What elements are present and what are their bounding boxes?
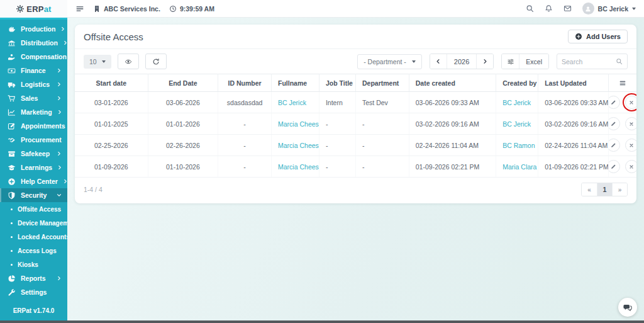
row-actions	[615, 139, 630, 152]
start-date-cell: 03-01-2026	[75, 92, 148, 113]
sidebar-subitem-label: Access Logs	[18, 247, 57, 254]
previous-page-button[interactable]: «	[582, 183, 597, 196]
previous-year-button[interactable]	[430, 54, 447, 69]
delete-button-wrap	[625, 96, 636, 109]
sidebar-procurement-icon	[8, 136, 16, 144]
created-by-link[interactable]: BC Jerick	[502, 99, 531, 106]
person-icon	[584, 5, 592, 13]
delete-button-wrap	[625, 160, 636, 173]
sidebar-reports-icon	[8, 275, 16, 283]
edit-button[interactable]	[608, 96, 620, 109]
sidebar-item-settings[interactable]: Settings	[0, 285, 67, 299]
add-users-button[interactable]: Add Users	[568, 30, 628, 43]
chevron-right-icon	[57, 151, 62, 156]
date-created-cell: 03-02-2026 09:16 AM	[409, 113, 496, 135]
sidebar-subitem-access-logs[interactable]: Access Logs	[0, 244, 67, 258]
sidebar-subitem-device-management[interactable]: Device Management	[0, 216, 67, 230]
refresh-button[interactable]	[145, 54, 167, 69]
job-title-cell: -	[319, 113, 355, 135]
sidebar-item-appointments[interactable]: Appointments	[0, 119, 67, 133]
sidebar: ERPat ProductionDistributionCompensation…	[0, 0, 67, 323]
department-filter-value: - Department -	[364, 58, 406, 65]
sidebar-item-production[interactable]: Production	[0, 22, 67, 36]
bell-icon[interactable]	[545, 4, 553, 13]
delete-button[interactable]	[625, 139, 636, 152]
sidebar-item-finance[interactable]: Finance	[0, 64, 67, 77]
table-row: 01-01-202501-01-2026-Marcia Cheese--03-0…	[75, 113, 636, 135]
delete-button[interactable]	[625, 117, 636, 130]
sidebar-subitem-locked-accounts[interactable]: Locked Accounts	[0, 230, 67, 244]
page-1-button[interactable]: 1	[597, 183, 612, 196]
sidebar-subitem-kiosks[interactable]: Kiosks	[0, 258, 67, 271]
chevron-left-icon	[435, 59, 441, 64]
pagination-range: 1-4 / 4	[84, 186, 103, 193]
fullname-link[interactable]: BC Jerick	[278, 99, 306, 106]
last-updated-cell: 03-02-2026 09:16 AM	[538, 113, 609, 135]
app-logo[interactable]: ERPat	[0, 0, 67, 18]
sidebar-item-marketing[interactable]: Marketing	[0, 105, 67, 119]
sidebar-item-safekeep[interactable]: Safekeep	[0, 147, 67, 161]
clock-icon	[169, 5, 177, 13]
columns-menu-icon[interactable]	[619, 79, 626, 87]
sidebar-subitem-offsite-access[interactable]: Offsite Access	[0, 202, 67, 216]
add-users-label: Add Users	[586, 33, 621, 40]
sidebar-production-icon	[8, 25, 16, 33]
avatar	[582, 3, 594, 14]
user-menu[interactable]: BC Jerick	[582, 3, 636, 14]
delete-button[interactable]	[625, 96, 636, 109]
sidebar-item-procurement[interactable]: Procurement	[0, 133, 67, 147]
sidebar-subitem-label: Kiosks	[18, 261, 38, 268]
next-year-button[interactable]	[477, 54, 493, 69]
toolbar-right: - Department - 2026 Excel	[357, 54, 628, 69]
user-name: BC Jerick	[598, 5, 628, 13]
table-row: 03-01-202603-06-2026sdasdasdadBC JerickI…	[75, 92, 636, 113]
offsite-access-card: Offsite Access Add Users 10	[75, 25, 636, 203]
clock-indicator: 9:39:59 AM	[169, 5, 214, 13]
bullet-icon	[11, 236, 13, 238]
filter-sliders-button[interactable]	[502, 54, 519, 69]
edit-button[interactable]	[608, 160, 620, 173]
sidebar-item-label: Distribution	[21, 39, 58, 47]
sidebar-subitem-label: Offsite Access	[18, 206, 61, 213]
topbar-right: BC Jerick	[526, 3, 636, 14]
sidebar-item-reports[interactable]: Reports	[0, 271, 67, 285]
main-area: ABC Services Inc. 9:39:59 AM BC Jerick	[67, 0, 644, 323]
fullname-link[interactable]: Marcia Cheese	[278, 142, 319, 149]
chat-button[interactable]	[618, 298, 637, 317]
envelope-icon[interactable]	[564, 4, 572, 13]
created-by-link[interactable]: Maria Clara	[502, 163, 536, 171]
department-filter-select[interactable]: - Department -	[357, 54, 422, 69]
sidebar-item-distribution[interactable]: Distribution	[0, 36, 67, 50]
next-page-button[interactable]: »	[612, 183, 627, 196]
search-icon[interactable]	[526, 4, 534, 13]
sidebar-item-compensation[interactable]: Compensation	[0, 50, 67, 64]
edit-button[interactable]	[608, 139, 620, 152]
toggle-columns-button[interactable]	[118, 54, 139, 69]
sidebar-logistics-icon	[8, 81, 16, 89]
department-cell: -	[355, 113, 409, 135]
last-updated-cell: 01-09-2026 02:21 PM	[538, 156, 609, 178]
fullname-link[interactable]: Marcia Cheese	[278, 163, 319, 171]
date-created-cell: 02-24-2026 11:04 AM	[409, 135, 496, 156]
start-date-cell: 02-25-2026	[75, 135, 148, 156]
sidebar-toggle-icon[interactable]	[75, 4, 84, 13]
created-by-link[interactable]: BC Jerick	[502, 120, 531, 128]
edit-button[interactable]	[608, 117, 620, 130]
sidebar-item-logistics[interactable]: Logistics	[0, 77, 67, 91]
sidebar-item-help-center[interactable]: Help Center	[0, 174, 67, 188]
created-by-link[interactable]: BC Ramon	[502, 142, 535, 149]
sidebar-item-security[interactable]: Security	[0, 188, 67, 202]
fullname-link[interactable]: Marcia Cheese	[278, 120, 319, 128]
sidebar-item-learnings[interactable]: Learnings	[0, 161, 67, 174]
logo-text: ERPat	[26, 4, 51, 14]
search-input[interactable]	[562, 58, 616, 65]
delete-button[interactable]	[625, 160, 636, 173]
bottom-edge-bar	[0, 320, 644, 323]
sidebar-item-sales[interactable]: Sales	[0, 91, 67, 105]
chevron-right-icon	[63, 40, 67, 45]
id-number-cell: -	[218, 135, 272, 156]
page-size-select[interactable]: 10	[84, 55, 111, 69]
column-header-id-number: ID Number	[218, 74, 272, 92]
excel-export-button[interactable]: Excel	[519, 54, 548, 69]
column-header-department: Department	[355, 74, 409, 92]
